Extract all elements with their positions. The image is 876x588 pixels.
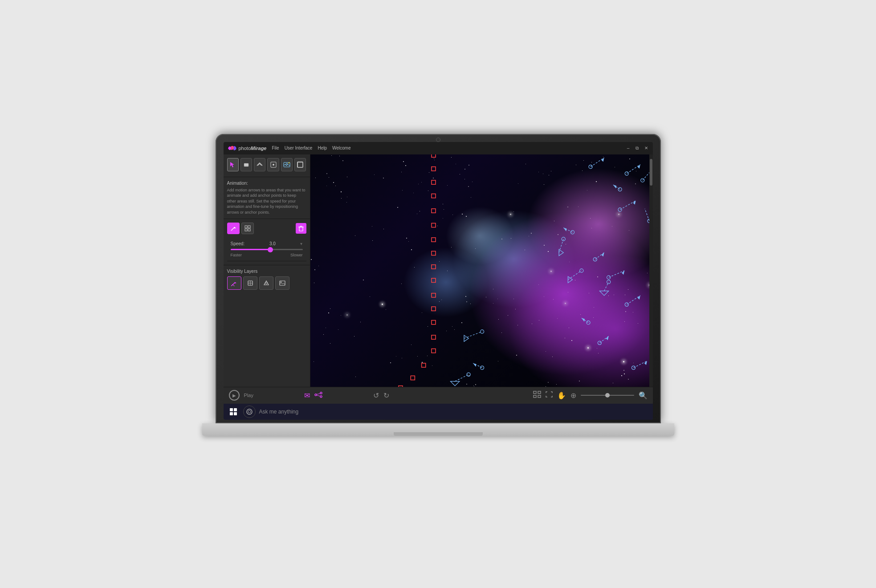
tools-section [224,154,310,177]
close-button[interactable]: ✕ [643,145,649,151]
logo-icon [227,145,237,152]
win-logo-tr [234,408,237,411]
svg-line-107 [317,393,320,394]
delete-button[interactable] [296,223,306,234]
svg-rect-111 [534,395,536,397]
select-box-icon [244,225,251,231]
motion-arrow-icon [230,225,236,231]
app-logo: photoMirage [227,145,267,152]
zoom-icon[interactable]: ⊕ [570,391,576,400]
svg-point-114 [248,410,251,413]
menu-file[interactable]: File [272,146,279,150]
visibility-icons-row [227,276,306,290]
arrow-select-icon [229,161,236,168]
photo-tool[interactable] [281,158,293,171]
win-logo-br [234,412,237,415]
minimize-button[interactable]: – [625,145,632,151]
windows-logo [230,408,237,415]
desc-text: Add motion arrows to areas that you want… [227,187,306,215]
share-icon[interactable] [314,391,322,400]
vis-overlay-icon [263,280,269,286]
eraser-icon [243,161,250,168]
svg-point-105 [320,392,322,394]
search-bar[interactable]: Ask me anything [259,406,649,418]
app-window: photoMirage File User Interface Help Wel… [224,142,653,420]
desc-title: Animation: [227,181,306,186]
zoom-track[interactable] [581,395,634,396]
play-button[interactable]: ▶ [229,390,240,401]
cortana-button[interactable] [243,406,256,418]
cortana-icon [246,408,253,415]
menu-welcome[interactable]: Welcome [332,146,351,150]
zoom-thumb [605,393,610,397]
anim-tools-row [227,223,306,234]
svg-rect-15 [248,229,250,231]
slower-label: Slower [290,253,303,257]
visibility-title: Visibility Layers [227,269,306,274]
bottom-toolbar: ▶ Play ✉ [224,387,653,404]
zoom-slider [581,395,634,396]
app-title: photoMirage [239,146,267,151]
speed-slider-thumb [268,247,273,252]
speed-label: Speed: [231,241,245,246]
svg-point-113 [247,409,252,414]
laptop-screen: photoMirage File User Interface Help Wel… [224,142,653,420]
svg-rect-110 [538,391,541,393]
menu-bar: File User Interface Help Welcome [272,146,625,150]
pan-button[interactable]: ✋ [557,391,566,400]
undo-button[interactable]: ↺ [373,391,379,400]
vis-motion-btn[interactable] [227,276,241,290]
fullscreen-button[interactable] [546,391,553,399]
svg-rect-112 [538,395,541,397]
arrow-select-tool[interactable] [227,158,239,171]
speed-labels: Faster Slower [231,253,303,257]
start-button[interactable] [227,406,240,418]
svg-point-106 [320,396,322,397]
play-label: Play [244,393,253,398]
anchor-tool[interactable] [254,158,265,171]
email-icon[interactable]: ✉ [304,391,310,400]
screen-bezel: photoMirage File User Interface Help Wel… [216,134,661,423]
laptop-outer: photoMirage File User Interface Help Wel… [193,134,683,454]
select-box-btn[interactable] [241,223,254,234]
left-panel: Animation: Add motion arrows to areas th… [224,154,310,387]
svg-line-10 [231,227,235,231]
anchor-icon [256,161,263,168]
menu-help[interactable]: Help [318,146,327,150]
speed-slider[interactable] [231,249,303,250]
redo-button[interactable]: ↻ [383,391,389,400]
cursor-tool[interactable] [267,158,279,171]
canvas-container [310,154,649,387]
vis-motion-icon [231,280,237,286]
window-controls: – ⧉ ✕ [625,145,649,151]
svg-point-3 [273,164,274,166]
scrollbar-thumb [650,159,652,186]
tool-row-1 [227,158,306,171]
zoom-search-icon[interactable]: 🔍 [639,391,648,400]
vis-overlay-btn[interactable] [259,276,273,290]
main-canvas-area[interactable] [310,154,649,387]
vis-anchor-btn[interactable] [243,276,257,290]
visibility-section: Visibility Layers [224,265,310,293]
restore-button[interactable]: ⧉ [634,145,640,151]
windows-taskbar: Ask me anything [224,404,653,420]
fit-frame-button[interactable] [533,391,541,400]
speed-dropdown-icon[interactable]: ▾ [300,241,302,246]
svg-line-108 [317,395,320,396]
svg-rect-12 [245,226,247,228]
crop-tool[interactable] [294,158,306,171]
motion-arrow-btn[interactable] [227,223,240,234]
vis-photo-icon [279,280,285,286]
title-bar: photoMirage File User Interface Help Wel… [224,142,653,154]
win-logo-bl [230,412,233,415]
faster-label: Faster [231,253,242,257]
photo-icon [283,161,290,168]
win-logo-tl [230,408,233,411]
play-icon: ▶ [232,393,236,398]
eraser-tool[interactable] [240,158,252,171]
vis-photo-btn[interactable] [275,276,289,290]
menu-ui[interactable]: User Interface [285,146,313,150]
search-placeholder: Ask me anything [259,409,299,415]
right-scrollbar[interactable] [649,154,653,387]
fullscreen-icon [546,391,553,397]
